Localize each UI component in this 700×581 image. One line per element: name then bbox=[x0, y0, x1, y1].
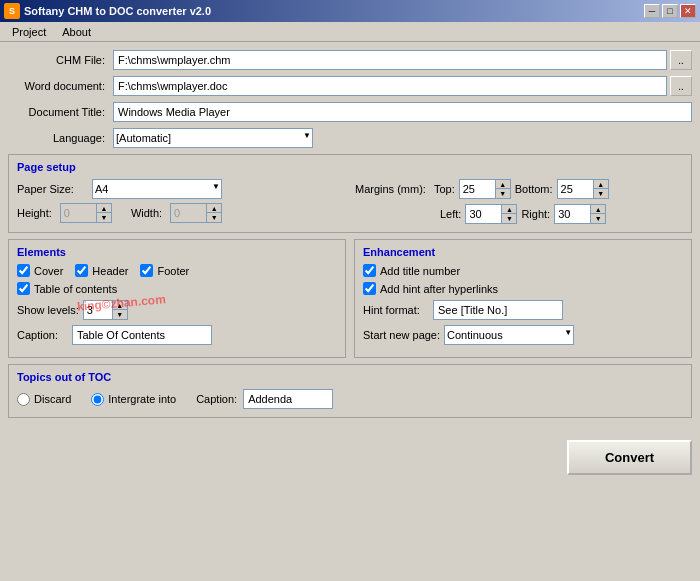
add-hint-row: Add hint after hyperlinks bbox=[363, 282, 683, 295]
discard-radio-item: Discard bbox=[17, 393, 71, 406]
elements-enhancement-row: Elements Cover Header Footer Tab bbox=[8, 239, 692, 364]
bottom-down[interactable]: ▼ bbox=[594, 189, 608, 198]
caption-row: Caption: bbox=[17, 325, 337, 345]
word-input[interactable] bbox=[113, 76, 667, 96]
top-down[interactable]: ▼ bbox=[496, 189, 510, 198]
right-label: Right: bbox=[521, 208, 550, 220]
window-title: Softany CHM to DOC converter v2.0 bbox=[24, 5, 211, 17]
doc-title-input[interactable] bbox=[113, 102, 692, 122]
left-input[interactable] bbox=[466, 205, 501, 223]
footer-checkbox-item: Footer bbox=[140, 264, 189, 277]
toc-caption-input[interactable] bbox=[243, 389, 333, 409]
start-page-select[interactable]: Continuous bbox=[444, 325, 574, 345]
top-label: Top: bbox=[434, 183, 455, 195]
maximize-button[interactable]: □ bbox=[662, 4, 678, 18]
checkbox-row-1: Cover Header Footer bbox=[17, 264, 337, 277]
cover-checkbox[interactable] bbox=[17, 264, 30, 277]
bottom-up[interactable]: ▲ bbox=[594, 180, 608, 189]
enhancement-title: Enhancement bbox=[363, 246, 683, 258]
paper-size-label: Paper Size: bbox=[17, 183, 92, 195]
integrate-label: Intergrate into bbox=[108, 393, 176, 405]
hint-format-input[interactable] bbox=[433, 300, 563, 320]
left-up[interactable]: ▲ bbox=[502, 205, 516, 214]
width-down[interactable]: ▼ bbox=[207, 213, 221, 222]
show-levels-spinbox: ▲ ▼ bbox=[83, 300, 128, 320]
add-title-number-checkbox[interactable] bbox=[363, 264, 376, 277]
bottom-input[interactable] bbox=[558, 180, 593, 198]
footer-checkbox[interactable] bbox=[140, 264, 153, 277]
height-spinbox: ▲ ▼ bbox=[60, 203, 112, 223]
word-browse-button[interactable]: .. bbox=[670, 76, 692, 96]
menu-about[interactable]: About bbox=[54, 24, 99, 40]
right-input[interactable] bbox=[555, 205, 590, 223]
paper-size-select[interactable]: A4 bbox=[92, 179, 222, 199]
chm-label: CHM File: bbox=[8, 54, 113, 66]
left-label: Left: bbox=[440, 208, 461, 220]
caption-input[interactable] bbox=[72, 325, 212, 345]
bottom-bar: Convert bbox=[0, 432, 700, 483]
footer-label: Footer bbox=[157, 265, 189, 277]
main-content: CHM File: .. Word document: .. Document … bbox=[0, 42, 700, 432]
width-up[interactable]: ▲ bbox=[207, 204, 221, 213]
left-down[interactable]: ▼ bbox=[502, 214, 516, 223]
show-levels-up[interactable]: ▲ bbox=[113, 301, 127, 310]
menu-project[interactable]: Project bbox=[4, 24, 54, 40]
add-hint-label: Add hint after hyperlinks bbox=[380, 283, 498, 295]
chm-file-row: CHM File: .. bbox=[8, 50, 692, 70]
height-down[interactable]: ▼ bbox=[97, 213, 111, 222]
app-icon: S bbox=[4, 3, 20, 19]
show-levels-input[interactable] bbox=[84, 301, 112, 319]
add-hint-checkbox[interactable] bbox=[363, 282, 376, 295]
height-input bbox=[61, 204, 96, 222]
right-up[interactable]: ▲ bbox=[591, 205, 605, 214]
add-title-number-label: Add title number bbox=[380, 265, 460, 277]
language-select[interactable]: [Automatic] bbox=[113, 128, 313, 148]
discard-label: Discard bbox=[34, 393, 71, 405]
width-label: Width: bbox=[131, 207, 162, 219]
caption-label: Caption: bbox=[17, 329, 72, 341]
page-setup-section: Page setup Paper Size: A4 Height: bbox=[8, 154, 692, 233]
toc-checkbox[interactable] bbox=[17, 282, 30, 295]
header-checkbox-item: Header bbox=[75, 264, 128, 277]
elements-section: Elements Cover Header Footer Tab bbox=[8, 239, 346, 358]
integrate-radio[interactable] bbox=[91, 393, 104, 406]
doc-title-row: Document Title: bbox=[8, 102, 692, 122]
checkbox-row-2: Table of contents bbox=[17, 282, 337, 295]
show-levels-down[interactable]: ▼ bbox=[113, 310, 127, 319]
chm-input[interactable] bbox=[113, 50, 667, 70]
right-down[interactable]: ▼ bbox=[591, 214, 605, 223]
discard-radio[interactable] bbox=[17, 393, 30, 406]
convert-button[interactable]: Convert bbox=[567, 440, 692, 475]
language-label: Language: bbox=[8, 132, 113, 144]
hint-format-row: Hint format: bbox=[363, 300, 683, 320]
close-button[interactable]: ✕ bbox=[680, 4, 696, 18]
minimize-button[interactable]: ─ bbox=[644, 4, 660, 18]
topics-toc-title: Topics out of TOC bbox=[17, 371, 683, 383]
height-up[interactable]: ▲ bbox=[97, 204, 111, 213]
language-row: Language: [Automatic] bbox=[8, 128, 692, 148]
width-input bbox=[171, 204, 206, 222]
top-input[interactable] bbox=[460, 180, 495, 198]
bottom-label: Bottom: bbox=[515, 183, 553, 195]
topics-toc-section: Topics out of TOC Discard Intergrate int… bbox=[8, 364, 692, 418]
toc-caption-group: Caption: bbox=[196, 389, 333, 409]
add-title-number-row: Add title number bbox=[363, 264, 683, 277]
height-label: Height: bbox=[17, 207, 52, 219]
top-up[interactable]: ▲ bbox=[496, 180, 510, 189]
margins-label: Margins (mm): bbox=[355, 183, 426, 195]
left-spinbox: ▲ ▼ bbox=[465, 204, 517, 224]
chm-browse-button[interactable]: .. bbox=[670, 50, 692, 70]
toc-checkbox-item: Table of contents bbox=[17, 282, 117, 295]
hint-format-label: Hint format: bbox=[363, 304, 433, 316]
header-checkbox[interactable] bbox=[75, 264, 88, 277]
start-page-row: Start new page: Continuous bbox=[363, 325, 683, 345]
top-spinbox: ▲ ▼ bbox=[459, 179, 511, 199]
add-hint-item: Add hint after hyperlinks bbox=[363, 282, 498, 295]
menu-bar: Project About bbox=[0, 22, 700, 42]
cover-checkbox-item: Cover bbox=[17, 264, 63, 277]
width-spinbox: ▲ ▼ bbox=[170, 203, 222, 223]
elements-title: Elements bbox=[17, 246, 337, 258]
integrate-radio-item: Intergrate into bbox=[91, 393, 176, 406]
show-levels-row: Show levels: ▲ ▼ king©zhan.com bbox=[17, 300, 337, 320]
start-page-label: Start new page: bbox=[363, 329, 440, 341]
